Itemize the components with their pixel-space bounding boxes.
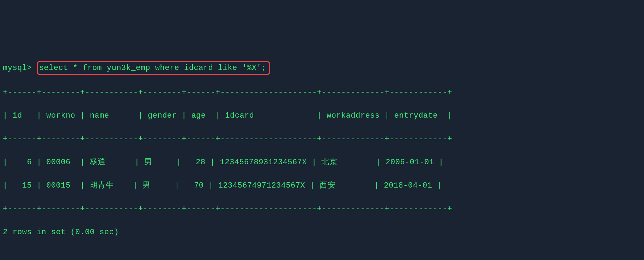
query-line-1: mysql> select * from yun3k_emp where idc… [3,61,641,75]
table-row: | 6 | 00006 | 杨逍 | 男 | 28 | 123456789312… [3,156,641,168]
terminal-output: mysql> select * from yun3k_emp where idc… [3,49,641,260]
table-border-top: +------+--------+-----------+--------+--… [3,87,641,98]
highlighted-query-1: select * from yun3k_emp where idcard lik… [37,61,270,75]
table-border-bottom: +------+--------+-----------+--------+--… [3,203,641,215]
table-header-row: | id | workno | name | gender | age | id… [3,110,641,122]
table-border-mid: +------+--------+-----------+--------+--… [3,133,641,145]
blank-line [3,250,641,260]
result-summary: 2 rows in set (0.00 sec) [3,226,641,238]
mysql-prompt: mysql> [3,64,37,72]
table-row: | 15 | 00015 | 胡青牛 | 男 | 70 | 1234567497… [3,180,641,191]
